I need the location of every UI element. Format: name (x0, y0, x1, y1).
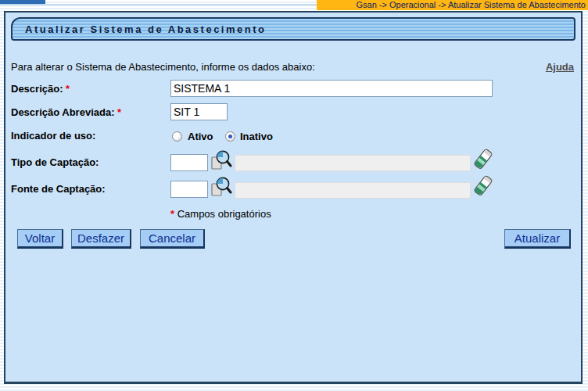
fonte-captacao-label-text: Fonte de Captação: (11, 183, 106, 195)
descricao-abreviada-label: Descrição Abreviada: * (11, 106, 121, 118)
radio-ativo[interactable] (172, 131, 182, 142)
breadcrumb[interactable]: Gsan -> Operacional -> Atualizar Sistema… (317, 0, 588, 10)
required-note-text: Campos obrigatórios (177, 208, 271, 220)
help-link[interactable]: Ajuda (546, 61, 574, 73)
tipo-captacao-label: Tipo de Captação: (11, 156, 99, 168)
descricao-input[interactable] (170, 80, 493, 97)
radio-inativo-label[interactable]: Inativo (240, 131, 273, 142)
page-title-bar: Atualizar Sistema de Abastecimento (11, 17, 575, 41)
descricao-abreviada-required-marker: * (117, 106, 121, 118)
radio-ativo-label[interactable]: Ativo (188, 131, 213, 142)
voltar-button[interactable]: Voltar (17, 229, 63, 249)
radio-inativo[interactable] (225, 131, 235, 142)
fonte-captacao-description-field (235, 182, 471, 199)
desfazer-button[interactable]: Desfazer (71, 229, 131, 249)
indicador-de-uso-label-text: Indicador de uso: (11, 130, 95, 142)
fonte-captacao-eraser-icon[interactable] (473, 175, 493, 197)
required-note-marker: * (170, 208, 174, 220)
required-fields-note: * Campos obrigatórios (170, 208, 271, 220)
atualizar-button[interactable]: Atualizar (504, 229, 571, 249)
main-panel: Atualizar Sistema de Abastecimento Para … (4, 11, 583, 384)
intro-text: Para alterar o Sistema de Abastecimento,… (11, 61, 315, 73)
descricao-label: Descrição: * (11, 83, 70, 95)
fonte-captacao-search-icon[interactable] (210, 176, 232, 198)
indicador-de-uso-label: Indicador de uso: (11, 130, 95, 142)
tipo-captacao-eraser-icon[interactable] (473, 149, 493, 170)
page-title: Atualizar Sistema de Abastecimento (13, 23, 266, 35)
descricao-label-text: Descrição: (11, 83, 63, 95)
descricao-required-marker: * (66, 83, 70, 95)
cancelar-button[interactable]: Cancelar (140, 229, 205, 249)
tipo-captacao-code-input[interactable] (170, 154, 208, 171)
fonte-captacao-code-input[interactable] (170, 181, 208, 198)
tipo-captacao-search-icon[interactable] (210, 149, 232, 171)
descricao-abreviada-label-text: Descrição Abreviada: (11, 106, 114, 118)
fonte-captacao-label: Fonte de Captação: (11, 183, 106, 195)
descricao-abreviada-input[interactable] (170, 103, 228, 120)
tipo-captacao-label-text: Tipo de Captação: (11, 156, 99, 168)
gsan-window: Gsan -> Operacional -> Atualizar Sistema… (0, 0, 588, 391)
tipo-captacao-description-field (235, 155, 471, 171)
